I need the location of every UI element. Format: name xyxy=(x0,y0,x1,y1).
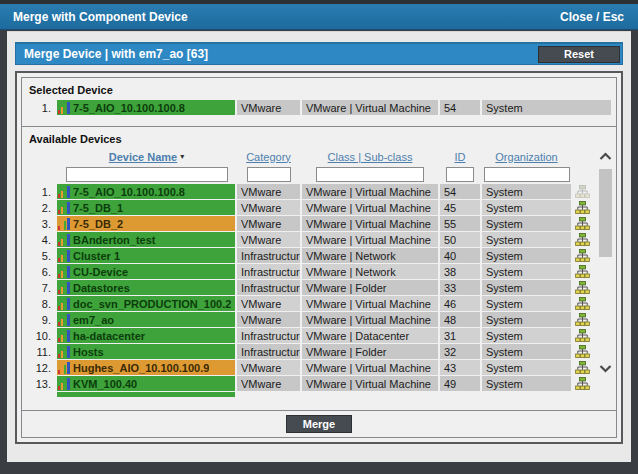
device-name-cell[interactable]: 7-5_DB_1 xyxy=(57,200,235,215)
device-name-cell[interactable]: CU-Device xyxy=(57,264,235,279)
device-row[interactable]: 6.CU-DeviceInfrastructureVMware | Networ… xyxy=(25,264,613,279)
scroll-down-icon[interactable] xyxy=(599,359,612,377)
vertical-scrollbar[interactable] xyxy=(597,147,614,377)
class-cell: VMware | Virtual Machine xyxy=(302,360,438,375)
device-name-filter-input[interactable] xyxy=(66,167,228,182)
column-header-category: Category xyxy=(237,151,300,163)
device-name-label: doc_svn_PRODUCTION_100.2 xyxy=(71,298,231,310)
device-name-label: CU-Device xyxy=(71,266,128,278)
device-row[interactable]: 9.em7_aoVMwareVMware | Virtual Machine48… xyxy=(25,312,613,327)
device-name-cell[interactable]: Hughes_AIO_10.100.100.9 xyxy=(57,360,235,375)
merge-target-icon[interactable] xyxy=(573,280,591,295)
column-header-link[interactable]: ID xyxy=(455,151,466,163)
device-name-cell[interactable]: em7_ao xyxy=(57,312,235,327)
merge-target-icon[interactable] xyxy=(573,376,591,391)
row-index: 7. xyxy=(25,280,55,295)
column-header-link[interactable]: Category xyxy=(246,151,291,163)
category-cell: Infrastructure xyxy=(237,328,300,343)
device-row[interactable]: 1.7-5_AIO_10.100.100.8VMwareVMware | Vir… xyxy=(25,184,613,199)
merge-target-icon[interactable] xyxy=(573,296,591,311)
row-index: 11. xyxy=(25,344,55,359)
device-name-cell[interactable]: Cluster 1 xyxy=(57,248,235,263)
device-row[interactable]: 5.Cluster 1InfrastructureVMware | Networ… xyxy=(25,248,613,263)
scroll-up-icon[interactable] xyxy=(599,147,612,165)
reset-button[interactable]: Reset xyxy=(538,46,620,63)
dialog-body: Merge Device | with em7_ao [63] Reset Se… xyxy=(7,31,631,462)
filter-cell xyxy=(57,167,235,182)
merge-target-icon[interactable] xyxy=(573,312,591,327)
organization-cell: System xyxy=(482,296,571,311)
scrollbar-thumb[interactable] xyxy=(599,169,612,257)
id-cell: 46 xyxy=(440,296,480,311)
device-name-cell[interactable]: Datastores xyxy=(57,280,235,295)
row-index: 2. xyxy=(25,200,55,215)
organization-cell: System xyxy=(482,232,571,247)
merge-device-title: Merge Device | with em7_ao [63] xyxy=(24,47,208,61)
class-cell: VMware | Virtual Machine xyxy=(302,232,438,247)
merge-target-icon[interactable] xyxy=(573,216,591,231)
row-index: 6. xyxy=(25,264,55,279)
device-row[interactable]: 13.KVM_100.40VMwareVMware | Virtual Mach… xyxy=(25,376,613,391)
id-cell: 45 xyxy=(440,200,480,215)
device-name-cell[interactable]: 7-5_AIO_10.100.100.8 xyxy=(57,184,235,199)
available-devices-section-title: Available Devices xyxy=(25,131,613,149)
class-filter-input[interactable] xyxy=(316,167,424,182)
class-cell: VMware | Virtual Machine xyxy=(302,312,438,327)
organization-filter-input[interactable] xyxy=(484,167,570,182)
merge-target-icon[interactable] xyxy=(573,344,591,359)
filter-cell xyxy=(237,167,300,182)
row-index: 9. xyxy=(25,312,55,327)
close-button[interactable]: Close / Esc xyxy=(560,10,624,24)
device-name-cell[interactable]: 7-5_DB_2 xyxy=(57,216,235,231)
device-row[interactable]: 12.Hughes_AIO_10.100.100.9VMwareVMware |… xyxy=(25,360,613,375)
bar-chart-icon xyxy=(58,186,71,198)
row-index: 4. xyxy=(25,232,55,247)
category-cell: VMware xyxy=(237,100,300,115)
device-row[interactable]: 3.7-5_DB_2VMwareVMware | Virtual Machine… xyxy=(25,216,613,231)
row-index: 1. xyxy=(25,184,55,199)
merge-button[interactable]: Merge xyxy=(286,415,352,433)
device-row[interactable]: 2.7-5_DB_1VMwareVMware | Virtual Machine… xyxy=(25,200,613,215)
organization-cell: System xyxy=(482,360,571,375)
class-cell: VMware | Folder xyxy=(302,344,438,359)
category-cell: VMware xyxy=(237,360,300,375)
merge-target-icon[interactable] xyxy=(573,248,591,263)
category-cell: VMware xyxy=(237,184,300,199)
device-row[interactable]: 11.HostsInfrastructureVMware | Folder32S… xyxy=(25,344,613,359)
device-name-cell[interactable]: KVM_100.40 xyxy=(57,376,235,391)
device-row[interactable]: 10.ha-datacenterInfrastructureVMware | D… xyxy=(25,328,613,343)
id-cell: 50 xyxy=(440,232,480,247)
device-name-cell[interactable]: Hosts xyxy=(57,344,235,359)
device-name-cell[interactable]: ha-datacenter xyxy=(57,328,235,343)
merge-target-icon[interactable] xyxy=(573,328,591,343)
organization-cell: System xyxy=(482,312,571,327)
device-table-body: 1.7-5_AIO_10.100.100.8VMwareVMware | Vir… xyxy=(25,184,613,398)
bar-chart-icon xyxy=(58,218,71,230)
id-cell: 43 xyxy=(440,360,480,375)
device-name-cell[interactable]: 7-5_AIO_10.100.100.8 xyxy=(57,100,235,115)
table-filter-row xyxy=(25,164,613,184)
category-filter-input[interactable] xyxy=(247,167,291,182)
class-cell: VMware | Folder xyxy=(302,280,438,295)
device-row[interactable]: 4.BAnderton_testVMwareVMware | Virtual M… xyxy=(25,232,613,247)
merge-target-icon[interactable] xyxy=(573,232,591,247)
device-row[interactable]: 8.doc_svn_PRODUCTION_100.2VMwareVMware |… xyxy=(25,296,613,311)
merge-target-icon[interactable] xyxy=(573,360,591,375)
row-index: 3. xyxy=(25,216,55,231)
device-name-label: Datastores xyxy=(71,282,130,294)
bar-chart-icon xyxy=(58,234,71,246)
column-header-link[interactable]: Class | Sub-class xyxy=(328,151,413,163)
device-name-cell[interactable]: BAnderton_test xyxy=(57,232,235,247)
column-header-link[interactable]: Device Name xyxy=(109,151,178,163)
device-name-label: Hughes_AIO_10.100.100.9 xyxy=(71,362,209,374)
bar-chart-icon xyxy=(58,102,71,114)
id-filter-input[interactable] xyxy=(446,167,474,182)
merge-target-icon[interactable] xyxy=(573,200,591,215)
selected-device-section: Selected Device 1.7-5_AIO_10.100.100.8VM… xyxy=(21,77,617,127)
device-name-cell[interactable]: doc_svn_PRODUCTION_100.2 xyxy=(57,296,235,311)
selected-device-section-title: Selected Device xyxy=(25,82,613,100)
device-row[interactable]: 7.DatastoresInfrastructureVMware | Folde… xyxy=(25,280,613,295)
column-header-link[interactable]: Organization xyxy=(495,151,557,163)
merge-target-icon[interactable] xyxy=(573,264,591,279)
device-name-label: Cluster 1 xyxy=(71,250,120,262)
